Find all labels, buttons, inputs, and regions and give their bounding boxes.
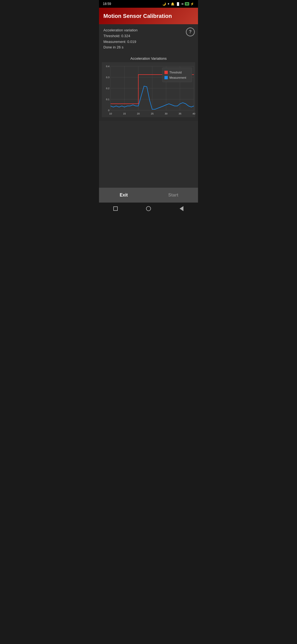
battery-icon: 99 [185,2,189,6]
wifi-icon: ≋ [181,2,184,6]
svg-text:0.1: 0.1 [106,98,109,101]
info-label: Acceleration variation [103,28,194,33]
svg-text:25: 25 [151,112,153,115]
start-button[interactable]: Start [148,188,198,203]
info-text: Acceleration variation Threshold: 0.324 … [103,28,194,50]
info-done: Done in 26 s [103,45,194,50]
svg-text:0.2: 0.2 [106,87,109,90]
svg-text:0.4: 0.4 [106,65,109,68]
nav-back-button[interactable] [177,205,186,212]
svg-rect-26 [164,71,168,74]
app-bar: Motion Sensor Calibration [99,8,198,24]
home-icon [146,206,151,211]
info-threshold: Threshold: 0.324 [103,33,194,39]
status-icons: 🌙 ✦ 🔔 ▐▌ ≋ 99 ⚡ [162,2,194,6]
svg-text:20: 20 [137,112,140,115]
main-content [99,121,198,188]
app-title: Motion Sensor Calibration [103,13,172,19]
status-time: 18:59 [103,2,111,6]
svg-text:40: 40 [193,112,195,115]
chart-container: 0.4 0.3 0.2 0.1 0 10 15 20 25 [101,62,196,118]
svg-text:30: 30 [165,112,167,115]
svg-text:35: 35 [178,112,181,115]
moon-icon: 🌙 [162,2,166,6]
help-button[interactable]: ? [186,28,195,36]
nav-home-button[interactable] [144,205,153,212]
nav-bar [99,203,198,215]
recents-icon [113,206,118,211]
exit-button[interactable]: Exit [99,188,148,203]
svg-text:0: 0 [108,109,109,112]
info-section: Acceleration variation Threshold: 0.324 … [99,24,198,54]
svg-text:Threshold: Threshold [169,71,182,74]
svg-text:15: 15 [123,112,126,115]
svg-text:Measurement: Measurement [169,76,186,79]
svg-rect-28 [164,76,168,79]
chart-title: Acceleration Variations [101,56,196,61]
nav-recents-button[interactable] [111,205,120,212]
bottom-buttons: Exit Start [99,188,198,203]
status-bar: 18:59 🌙 ✦ 🔔 ▐▌ ≋ 99 ⚡ [99,0,198,8]
svg-rect-25 [162,68,192,82]
signal-icon: ▐▌ [176,2,180,6]
info-measurement: Measurement: 0.019 [103,39,194,45]
bell-icon: 🔔 [171,2,175,6]
svg-text:0.3: 0.3 [106,76,109,79]
back-icon [180,206,183,211]
chart-svg: 0.4 0.3 0.2 0.1 0 10 15 20 25 [101,62,196,117]
charge-icon: ⚡ [190,2,194,6]
svg-text:10: 10 [109,112,112,115]
chart-section: Acceleration Variations 0.4 0.3 0.2 0.1 … [99,54,198,121]
bluetooth-icon: ✦ [167,2,170,6]
